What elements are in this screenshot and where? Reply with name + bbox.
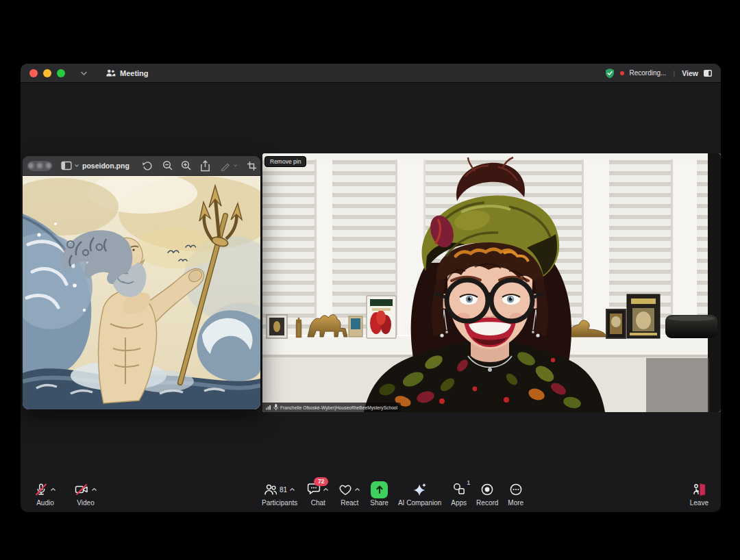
exit-door-icon [691,483,706,496]
people-icon [264,483,278,496]
ai-companion-button[interactable]: AI Companion [398,481,441,507]
zoom-meeting-window: Meeting Recording... | View [21,64,721,512]
close-window-button[interactable] [29,69,38,77]
react-button[interactable]: React [338,481,360,507]
zoom-in-icon[interactable] [181,160,192,171]
record-icon [480,483,494,496]
rotate-icon[interactable] [142,160,153,171]
chevron-up-icon[interactable] [354,487,360,492]
preview-traffic-lights-blurred[interactable] [28,161,51,171]
microphone-slash-icon [34,483,48,496]
chat-button[interactable]: 72 Chat [307,481,329,507]
participants-button[interactable]: 81 Participants [262,481,297,507]
chevron-up-icon[interactable] [50,487,56,492]
view-button[interactable]: View [682,69,698,77]
window-title: Meeting [120,69,149,77]
titlebar-divider: | [673,69,675,77]
heart-icon [338,483,352,496]
pinned-video-tile[interactable]: Remove pin Franchelle Ofsoské-Wyber|Hous… [262,153,721,412]
share-screen-icon [371,481,388,498]
zoom-out-icon[interactable] [162,160,173,171]
more-button[interactable]: More [508,481,523,507]
recording-indicator[interactable]: Recording... [629,69,666,77]
camera-slash-icon [74,483,89,496]
titlebar-right: Recording... | View [604,68,713,79]
fullscreen-window-button[interactable] [57,69,65,77]
chevron-down-icon[interactable] [74,164,79,168]
sidebar-icon[interactable] [61,161,72,170]
preview-toolbar: poseidon.png [23,156,260,176]
share-icon[interactable] [200,160,210,172]
signal-bars-icon [266,405,271,410]
chevron-up-icon[interactable] [91,487,97,492]
apps-button[interactable]: 1 Apps [451,481,467,507]
recording-dot-icon [620,71,624,75]
preview-image-poseidon [23,176,260,409]
meeting-control-bar: Audio Video [21,475,721,512]
preview-filename: poseidon.png [82,162,130,170]
leave-button[interactable]: Leave [690,481,708,507]
apps-icon [452,482,465,495]
crop-icon[interactable] [247,161,257,171]
window-titlebar: Meeting Recording... | View [21,64,721,83]
chat-unread-badge: 72 [314,477,328,486]
layout-view-icon[interactable] [703,69,713,77]
preview-window[interactable]: poseidon.png [23,156,260,409]
remove-pin-chip[interactable]: Remove pin [264,156,306,167]
participants-count: 81 [280,486,287,494]
people-icon [106,68,116,77]
desktop-background: Meeting Recording... | View [0,0,740,560]
participant-video-feed [262,153,721,412]
chevron-down-icon[interactable] [233,164,238,168]
microphone-icon [273,404,279,411]
video-button[interactable]: Video [74,481,97,507]
participant-name: Franchelle Ofsoské-Wyber|HouseoftheBeeMy… [280,405,397,410]
record-button[interactable]: Record [476,481,498,507]
minimize-window-button[interactable] [43,69,51,77]
audio-button[interactable]: Audio [34,481,56,507]
chevron-down-icon[interactable] [80,71,88,76]
share-button[interactable]: Share [370,481,388,507]
shield-check-icon[interactable] [604,68,615,79]
participant-name-tag: Franchelle Ofsoské-Wyber|HouseoftheBeeMy… [262,403,401,412]
traffic-lights [29,69,65,77]
ellipsis-icon [509,483,523,496]
markup-pencil-icon[interactable] [220,161,230,171]
chevron-up-icon[interactable] [289,487,295,492]
chevron-up-icon[interactable] [323,487,329,492]
apps-count: 1 [467,479,470,486]
meeting-tab[interactable]: Meeting [106,68,149,77]
sparkle-icon [412,482,428,497]
